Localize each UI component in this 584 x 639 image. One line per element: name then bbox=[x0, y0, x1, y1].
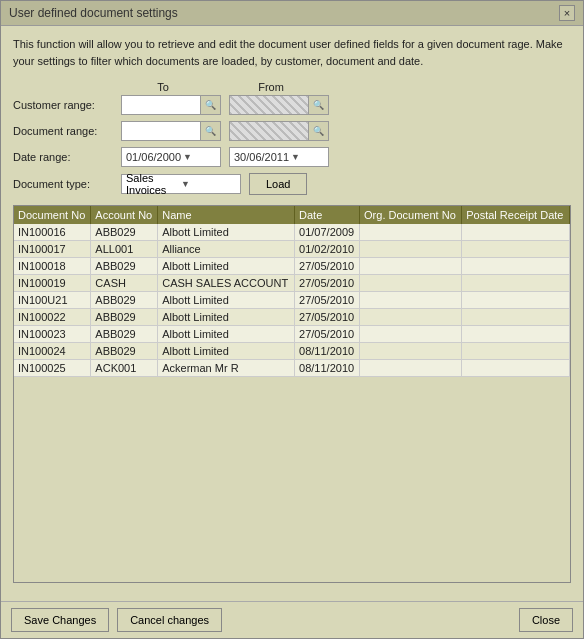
table-cell: ABB029 bbox=[91, 343, 158, 360]
customer-range-to-field[interactable] bbox=[122, 98, 200, 112]
table-cell: Albott Limited bbox=[158, 343, 295, 360]
date-from-arrow-icon: ▼ bbox=[181, 152, 218, 162]
table-cell: 27/05/2010 bbox=[295, 326, 360, 343]
document-range-from-input[interactable]: 🔍 bbox=[229, 121, 329, 141]
document-range-to-field[interactable] bbox=[122, 124, 200, 138]
table-row[interactable]: IN100022ABB029Albott Limited27/05/2010 bbox=[14, 309, 570, 326]
table-cell: Albott Limited bbox=[158, 258, 295, 275]
date-from-select[interactable]: 01/06/2000 ▼ bbox=[121, 147, 221, 167]
table-cell bbox=[360, 309, 462, 326]
table-cell: IN100025 bbox=[14, 360, 91, 377]
table-header-cell: Name bbox=[158, 206, 295, 224]
table-cell: ABB029 bbox=[91, 309, 158, 326]
table-row[interactable]: IN100U21ABB029Albott Limited27/05/2010 bbox=[14, 292, 570, 309]
close-button[interactable]: Close bbox=[519, 608, 573, 632]
table-cell: IN100U21 bbox=[14, 292, 91, 309]
table-cell: ACK001 bbox=[91, 360, 158, 377]
table-cell bbox=[462, 360, 570, 377]
document-range-label: Document range: bbox=[13, 125, 113, 137]
table-cell: IN100023 bbox=[14, 326, 91, 343]
table-cell bbox=[360, 241, 462, 258]
table-row[interactable]: IN100016ABB029Albott Limited01/07/2009 bbox=[14, 224, 570, 241]
table-cell bbox=[462, 326, 570, 343]
customer-range-to-input[interactable]: 🔍 bbox=[121, 95, 221, 115]
document-range-from-search-icon[interactable]: 🔍 bbox=[308, 122, 328, 140]
table-cell: ALL001 bbox=[91, 241, 158, 258]
table-cell bbox=[462, 241, 570, 258]
table-row[interactable]: IN100025ACK001Ackerman Mr R08/11/2010 bbox=[14, 360, 570, 377]
save-changes-button[interactable]: Save Changes bbox=[11, 608, 109, 632]
table-cell: IN100016 bbox=[14, 224, 91, 241]
customer-range-row: Customer range: 🔍 🔍 bbox=[13, 95, 571, 115]
cancel-changes-button[interactable]: Cancel changes bbox=[117, 608, 222, 632]
form-area: Customer range: 🔍 🔍 Document range: 🔍 🔍 bbox=[13, 95, 571, 195]
table-header-row: Document NoAccount NoNameDateOrg. Docume… bbox=[14, 206, 570, 224]
range-headers: To From bbox=[113, 81, 571, 93]
table-cell: CASH bbox=[91, 275, 158, 292]
table-row[interactable]: IN100024ABB029Albott Limited08/11/2010 bbox=[14, 343, 570, 360]
customer-range-from-input[interactable]: 🔍 bbox=[229, 95, 329, 115]
table-cell: Ackerman Mr R bbox=[158, 360, 295, 377]
from-header: From bbox=[221, 81, 321, 93]
document-range-to-search-icon[interactable]: 🔍 bbox=[200, 122, 220, 140]
date-to-arrow-icon: ▼ bbox=[289, 152, 326, 162]
customer-range-from-search-icon[interactable]: 🔍 bbox=[308, 96, 328, 114]
table-cell bbox=[360, 224, 462, 241]
document-range-row: Document range: 🔍 🔍 bbox=[13, 121, 571, 141]
document-type-arrow-icon: ▼ bbox=[181, 179, 236, 189]
table-header-cell: Postal Receipt Date bbox=[462, 206, 570, 224]
table-cell: 08/11/2010 bbox=[295, 343, 360, 360]
document-type-select[interactable]: Sales Invoices ▼ bbox=[121, 174, 241, 194]
table-cell: IN100019 bbox=[14, 275, 91, 292]
table-cell bbox=[360, 326, 462, 343]
table-cell: 27/05/2010 bbox=[295, 258, 360, 275]
table-cell: 01/02/2010 bbox=[295, 241, 360, 258]
table-header-cell: Date bbox=[295, 206, 360, 224]
table-row[interactable]: IN100023ABB029Albott Limited27/05/2010 bbox=[14, 326, 570, 343]
document-range-to-input[interactable]: 🔍 bbox=[121, 121, 221, 141]
content-area: This function will allow you to retrieve… bbox=[1, 26, 583, 601]
date-to-select[interactable]: 30/06/2011 ▼ bbox=[229, 147, 329, 167]
results-table-container: Document NoAccount NoNameDateOrg. Docume… bbox=[13, 205, 571, 583]
table-cell bbox=[360, 292, 462, 309]
table-cell bbox=[462, 258, 570, 275]
table-row[interactable]: IN100017ALL001Alliance01/02/2010 bbox=[14, 241, 570, 258]
load-button[interactable]: Load bbox=[249, 173, 307, 195]
window-title: User defined document settings bbox=[9, 6, 178, 20]
customer-range-label: Customer range: bbox=[13, 99, 113, 111]
table-row[interactable]: IN100018ABB029Albott Limited27/05/2010 bbox=[14, 258, 570, 275]
footer-bar: Save Changes Cancel changes Close bbox=[1, 601, 583, 638]
table-cell bbox=[360, 343, 462, 360]
date-range-label: Date range: bbox=[13, 151, 113, 163]
table-row[interactable]: IN100019CASHCASH SALES ACCOUNT27/05/2010 bbox=[14, 275, 570, 292]
table-cell: ABB029 bbox=[91, 224, 158, 241]
table-cell: 27/05/2010 bbox=[295, 309, 360, 326]
document-type-label: Document type: bbox=[13, 178, 113, 190]
table-cell: 08/11/2010 bbox=[295, 360, 360, 377]
table-cell bbox=[462, 275, 570, 292]
window-close-button[interactable]: × bbox=[559, 5, 575, 21]
document-type-value: Sales Invoices bbox=[126, 172, 181, 196]
table-cell bbox=[360, 360, 462, 377]
table-cell bbox=[462, 343, 570, 360]
title-bar: User defined document settings × bbox=[1, 1, 583, 26]
table-cell: 27/05/2010 bbox=[295, 292, 360, 309]
table-cell bbox=[462, 224, 570, 241]
date-range-row: Date range: 01/06/2000 ▼ 30/06/2011 ▼ bbox=[13, 147, 571, 167]
table-cell: 27/05/2010 bbox=[295, 275, 360, 292]
footer-left-buttons: Save Changes Cancel changes bbox=[11, 608, 222, 632]
customer-range-to-search-icon[interactable]: 🔍 bbox=[200, 96, 220, 114]
table-cell: IN100018 bbox=[14, 258, 91, 275]
table-header-cell: Document No bbox=[14, 206, 91, 224]
table-cell bbox=[360, 275, 462, 292]
table-cell: Albott Limited bbox=[158, 292, 295, 309]
table-cell: 01/07/2009 bbox=[295, 224, 360, 241]
table-cell bbox=[462, 309, 570, 326]
table-cell: IN100022 bbox=[14, 309, 91, 326]
to-header: To bbox=[113, 81, 213, 93]
table-header-cell: Org. Document No bbox=[360, 206, 462, 224]
date-from-value: 01/06/2000 bbox=[124, 151, 181, 163]
table-cell bbox=[360, 258, 462, 275]
results-table: Document NoAccount NoNameDateOrg. Docume… bbox=[14, 206, 570, 377]
table-cell: Albott Limited bbox=[158, 309, 295, 326]
